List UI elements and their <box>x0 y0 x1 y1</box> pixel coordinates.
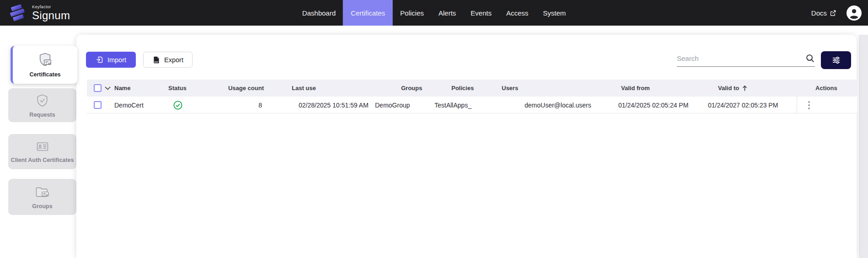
column-header-name[interactable]: Name <box>114 80 130 97</box>
nav-item-certificates[interactable]: Certificates <box>343 0 393 26</box>
csv-file-icon: csv <box>152 56 160 64</box>
export-button-label: Export <box>164 56 183 64</box>
cell-usage-count: 8 <box>211 97 262 113</box>
column-header-valid-from[interactable]: Valid from <box>621 80 650 97</box>
scrollbar-track[interactable] <box>859 35 868 258</box>
search-input[interactable] <box>677 54 805 62</box>
brand-product: Signum <box>32 10 70 21</box>
cell-valid-from: 01/24/2025 02:05:24 PM <box>618 97 688 113</box>
sidebar-item-certificates[interactable]: Certificates <box>11 46 77 84</box>
person-icon <box>847 5 862 21</box>
top-navbar: Keyfactor Signum Dashboard Certificates … <box>0 0 868 26</box>
row-actions-menu-icon[interactable] <box>808 101 810 109</box>
row-checkbox[interactable] <box>94 101 102 109</box>
sidebar-item-client-auth-certificates[interactable]: Client Auth Certificates <box>8 134 76 169</box>
sidebar-item-label: Certificates <box>29 71 60 78</box>
select-menu-chevron[interactable] <box>105 80 111 97</box>
select-all-checkbox[interactable] <box>94 84 102 92</box>
column-header-valid-to-label: Valid to <box>718 85 739 91</box>
column-header-actions: Actions <box>815 80 837 97</box>
sidebar-item-label: Client Auth Certificates <box>11 157 74 163</box>
column-header-policies[interactable]: Policies <box>451 80 474 97</box>
chevron-down-icon <box>105 86 111 90</box>
export-button[interactable]: csv Export <box>143 52 193 68</box>
sidebar-item-groups[interactable]: Groups <box>8 179 76 215</box>
filter-sliders-icon <box>831 55 841 65</box>
sidebar-item-requests[interactable]: Requests <box>8 88 76 122</box>
search-icon[interactable] <box>805 54 815 63</box>
main-nav: Dashboard Certificates Policies Alerts E… <box>295 0 573 26</box>
nav-item-dashboard[interactable]: Dashboard <box>295 0 343 26</box>
brand-text: Keyfactor Signum <box>32 5 70 21</box>
column-header-status[interactable]: Status <box>168 80 187 97</box>
nav-item-events[interactable]: Events <box>463 0 499 26</box>
folder-certificate-icon <box>34 185 51 200</box>
cell-name[interactable]: DemoCert <box>114 97 144 113</box>
row-checkbox-cell <box>94 97 102 113</box>
cell-actions <box>797 97 857 113</box>
nav-item-access[interactable]: Access <box>499 0 536 26</box>
shield-check-icon <box>34 93 50 108</box>
column-header-last-use[interactable]: Last use <box>292 80 316 97</box>
user-avatar[interactable] <box>847 5 862 21</box>
shield-certificate-icon <box>37 52 54 68</box>
cell-groups: DemoGroup <box>375 97 410 113</box>
brand-company: Keyfactor <box>32 5 70 9</box>
nav-item-alerts[interactable]: Alerts <box>431 0 463 26</box>
sort-ascending-icon <box>742 85 748 91</box>
cell-last-use: 02/28/2025 10:51:59 AM <box>299 97 369 113</box>
status-valid-icon <box>173 100 183 110</box>
brand[interactable]: Keyfactor Signum <box>0 3 70 23</box>
table-header: Name Status Usage count Last use Groups … <box>87 80 857 97</box>
docs-link[interactable]: Docs <box>811 9 836 17</box>
column-header-groups[interactable]: Groups <box>401 80 422 97</box>
cell-status <box>173 97 183 113</box>
table-row: DemoCert 8 02/28/2025 10:51:59 AM DemoGr… <box>87 97 857 113</box>
column-header-usage-count[interactable]: Usage count <box>211 80 264 97</box>
docs-link-label: Docs <box>811 9 827 17</box>
id-card-icon <box>34 140 51 154</box>
import-button-label: Import <box>107 56 126 64</box>
external-link-icon <box>830 10 836 16</box>
import-button[interactable]: Import <box>86 52 136 68</box>
nav-item-policies[interactable]: Policies <box>393 0 431 26</box>
app-root: Keyfactor Signum Dashboard Certificates … <box>0 0 868 258</box>
import-file-icon <box>96 56 103 64</box>
content-panel <box>76 35 857 258</box>
filter-button[interactable] <box>821 51 851 69</box>
cell-users: demoUser@local.users <box>525 97 591 113</box>
keyfactor-logo-icon <box>7 3 27 23</box>
nav-item-system[interactable]: System <box>536 0 573 26</box>
sidebar-item-label: Groups <box>32 203 52 210</box>
select-all-checkbox-cell <box>94 80 102 97</box>
column-header-valid-to[interactable]: Valid to <box>718 80 748 97</box>
sidebar-item-label: Requests <box>29 112 55 118</box>
cell-valid-to: 01/24/2027 02:05:23 PM <box>708 97 778 113</box>
search-field <box>677 50 815 67</box>
navbar-right: Docs <box>811 0 862 26</box>
cell-policies: TestAllApps_ <box>434 97 472 113</box>
svg-text:csv: csv <box>154 60 158 63</box>
column-header-users[interactable]: Users <box>502 80 518 97</box>
